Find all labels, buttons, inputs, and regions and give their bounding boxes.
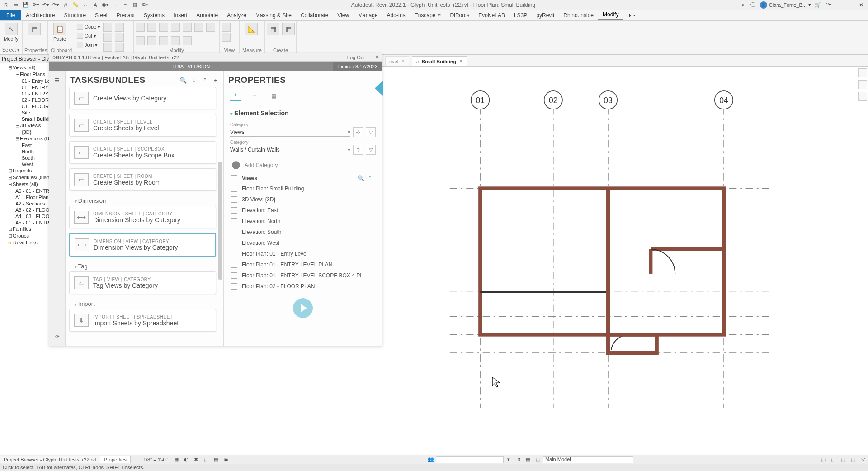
cat1-filter-icon[interactable]: ▽ — [366, 127, 376, 137]
status-icon-5[interactable]: ▤ — [212, 456, 220, 463]
redo-icon[interactable]: ↷▾ — [52, 1, 60, 9]
text-icon[interactable]: A — [91, 1, 99, 9]
geom-icon-6[interactable] — [115, 43, 124, 52]
status-sel-icon-5[interactable]: ▽ — [859, 456, 867, 463]
view-item[interactable]: Floor Plan: 01 - ENTRY LEVEL SCOPE BOX 4… — [230, 270, 376, 281]
views-search-icon[interactable]: 🔍 — [358, 175, 365, 181]
cat2-pick-icon[interactable]: ⯐ — [353, 145, 363, 155]
doc-tab-active[interactable]: ⌂Small Building✕ — [412, 56, 467, 66]
view-item-checkbox[interactable] — [231, 272, 237, 279]
doc-tab-close-icon[interactable]: ✕ — [459, 58, 463, 64]
save-icon[interactable]: 💾 — [22, 1, 30, 9]
views-collapse-icon[interactable]: ⌃ — [368, 175, 375, 181]
props-tab-grid-icon[interactable]: ▦ — [268, 90, 279, 101]
geom-icon-4[interactable] — [115, 23, 124, 32]
geom-icon-3[interactable] — [103, 43, 112, 52]
tab-analyze[interactable]: Analyze — [222, 10, 251, 20]
doc-tab-hidden[interactable]: evel✕ — [385, 56, 409, 66]
section-import[interactable]: Import — [69, 299, 216, 309]
tab-precast[interactable]: Precast — [112, 10, 139, 20]
paste-button[interactable]: 📋Paste — [50, 23, 70, 42]
view-item[interactable]: Elevation: East — [230, 205, 376, 216]
cut-button[interactable]: Cut ▾ — [77, 32, 100, 40]
view-item-checkbox[interactable] — [231, 262, 237, 268]
create-button-1[interactable]: ▦ — [267, 23, 279, 35]
view-item-checkbox[interactable] — [231, 283, 237, 290]
measure-button[interactable]: 📐 — [241, 23, 261, 35]
glyph-min-button[interactable]: — — [368, 55, 373, 60]
user-chip[interactable]: 👤Clara_Fonte_B...▾ — [760, 1, 811, 9]
status-sel-icon-1[interactable]: ⬚ — [819, 456, 827, 463]
view-icon-1[interactable] — [222, 23, 231, 32]
glyph-logout-button[interactable]: Log Out — [347, 55, 365, 60]
view-item[interactable]: Floor Plan: 01 - ENTRY LEVEL PLAN — [230, 259, 376, 270]
props-tab-sliders-icon[interactable]: ≡ — [249, 90, 260, 101]
views-check-all[interactable] — [231, 175, 237, 181]
run-button[interactable] — [293, 298, 313, 318]
task-dimension-views-category[interactable]: ⟷ DIMENSION | VIEW | CATEGORYDimension V… — [69, 233, 216, 257]
status-input[interactable] — [436, 456, 504, 463]
view-item-checkbox[interactable] — [231, 207, 237, 214]
status-sel-icon-2[interactable]: ⬚ — [829, 456, 837, 463]
nav-wheel-icon[interactable] — [858, 80, 867, 89]
move-icon[interactable] — [136, 23, 145, 32]
cat2-filter-icon[interactable]: ▽ — [366, 145, 376, 155]
status-icon-4[interactable]: ⬚ — [202, 456, 210, 463]
split-icon[interactable] — [136, 36, 145, 45]
tab-evolvelab[interactable]: EvolveLAB — [474, 10, 509, 20]
cat2-select[interactable]: Walls / Curtain Walls▾ — [230, 146, 350, 154]
tab-rhino[interactable]: Rhino.Inside — [559, 10, 598, 20]
nav-zoom-icon[interactable] — [858, 92, 867, 101]
undo-icon[interactable]: ↶▾ — [42, 1, 50, 9]
add-category-button[interactable]: +Add Category — [230, 157, 376, 173]
task-create-sheets-room[interactable]: ▭ CREATE | SHEET | ROOMCreate Sheets by … — [69, 168, 216, 191]
thin-lines-icon[interactable]: ≡ — [121, 1, 129, 9]
cope-button[interactable]: Cope ▾ — [77, 23, 100, 31]
geom-icon-1[interactable] — [103, 23, 112, 32]
view-item[interactable]: 3D View: {3D} — [230, 194, 376, 205]
props-section-element-selection[interactable]: Element Selection — [230, 107, 376, 119]
tab-enscape[interactable]: Enscape™ — [410, 10, 446, 20]
close-button[interactable]: ✕ — [857, 1, 865, 9]
search-icon[interactable]: ◂ — [738, 1, 746, 9]
task-create-views-category[interactable]: ▭ Create Views by Category — [69, 87, 216, 109]
offset-icon[interactable] — [194, 23, 203, 32]
help-icon[interactable]: ?▾ — [825, 1, 833, 9]
array-icon[interactable] — [147, 36, 156, 45]
task-create-sheets-scopebox[interactable]: ▭ CREATE | SHEET | SCOPEBOXCreate Sheets… — [69, 141, 216, 164]
status-icon-6[interactable]: ◉ — [222, 456, 230, 463]
align-icon[interactable] — [183, 23, 192, 32]
status-icon-3[interactable]: ✖ — [192, 456, 200, 463]
open-icon[interactable]: ▭ — [12, 1, 20, 9]
mirror-icon[interactable] — [171, 23, 180, 32]
info-icon[interactable]: ⓘ — [749, 1, 757, 9]
tab-massing[interactable]: Massing & Site — [251, 10, 296, 20]
status-tab-project-browser[interactable]: Project Browser - Glyph_UnitTests_r22.rv… — [0, 456, 100, 463]
sync-icon[interactable]: ⟳▾ — [32, 1, 40, 9]
task-import-sheets-spreadsheet[interactable]: ⬇ IMPORT | SHEET | SPREADSHEETImport She… — [69, 309, 216, 332]
switch-win-icon[interactable]: ⧉▾ — [141, 1, 149, 9]
view-item-checkbox[interactable] — [231, 229, 237, 235]
tab-annotate[interactable]: Annotate — [192, 10, 222, 20]
status-workset-icon[interactable]: 👥 — [427, 456, 435, 463]
tab-ls3p[interactable]: LS3P — [509, 10, 532, 20]
tasks-scroll[interactable]: ▭ Create Views by Category ▭ CREATE | SH… — [66, 87, 223, 346]
geom-icon-5[interactable] — [115, 33, 124, 42]
tab-pyrevit[interactable]: pyRevit — [532, 10, 559, 20]
view-scale[interactable]: 1/8" = 1'-0" — [140, 457, 171, 462]
delete-icon[interactable] — [183, 36, 192, 45]
view-item[interactable]: Floor Plan: 01 - Entry Level — [230, 248, 376, 259]
tab-addins[interactable]: Add-Ins — [382, 10, 410, 20]
glyph-titlebar[interactable]: ◇ GLYPH 0.1.1.0 Beta | EvolveLAB | Glyph… — [49, 53, 382, 62]
props-tab-basic-icon[interactable]: ✦ — [230, 90, 241, 101]
trim-icon[interactable] — [206, 23, 215, 32]
view-item[interactable]: Elevation: South — [230, 227, 376, 238]
cat1-pick-icon[interactable]: ⯐ — [353, 127, 363, 137]
maximize-button[interactable]: ◻ — [846, 1, 854, 9]
status-tab-properties[interactable]: Properties — [100, 456, 131, 463]
tasks-search-icon[interactable]: 🔍 — [179, 76, 187, 84]
status-filter-icon[interactable]: ▦ — [524, 456, 532, 463]
geom-icon-2[interactable] — [103, 33, 112, 42]
tab-diroots[interactable]: DiRoots — [446, 10, 474, 20]
tasks-scrollbar[interactable] — [218, 162, 222, 280]
